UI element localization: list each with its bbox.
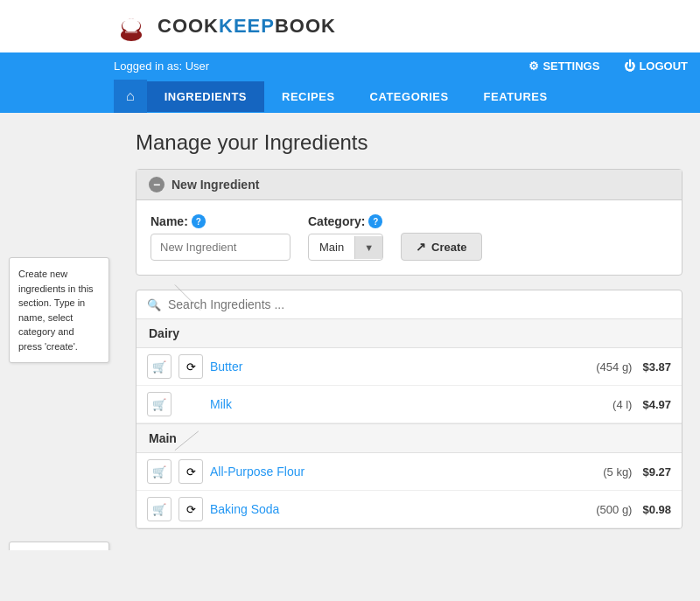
- ingredient-row-flour: 🛒 ⟳ All-Purpose Flour (5 kg) $9.27: [136, 453, 682, 491]
- search-input[interactable]: [168, 297, 671, 311]
- ingredient-amount-bakingsoda: (500 g): [596, 503, 632, 516]
- ingredient-price-bakingsoda: $0.98: [642, 503, 671, 516]
- svg-point-7: [122, 21, 130, 30]
- category-select-wrapper: Main ▼: [308, 234, 383, 261]
- nav-row2: ⌂ INGREDIENTS RECIPES CATEGORIES FEATURE…: [0, 80, 700, 113]
- ingredient-name-flour[interactable]: All-Purpose Flour: [210, 465, 596, 479]
- ingredient-name-butter[interactable]: Butter: [210, 360, 589, 374]
- refresh-icon-butter[interactable]: ⟳: [178, 354, 203, 379]
- svg-point-8: [133, 21, 140, 30]
- category-dropdown-btn[interactable]: ▼: [354, 236, 382, 259]
- ingredient-name-bakingsoda[interactable]: Baking Soda: [210, 502, 589, 516]
- nav-tab-ingredients[interactable]: INGREDIENTS: [147, 81, 264, 112]
- category-value: Main: [309, 234, 354, 260]
- top-header: COOKKEEPBOOK: [0, 0, 700, 52]
- new-ingredient-form-box: − New Ingredient Name: ?: [136, 169, 682, 276]
- nav-row1: Logged in as: User ⚙ SETTINGS ⏻ LOGOUT: [0, 52, 700, 80]
- nav-section: Logged in as: User ⚙ SETTINGS ⏻ LOGOUT ⌂…: [0, 52, 700, 113]
- ingredient-row-bakingsoda: 🛒 ⟳ Baking Soda (500 g) $0.98: [136, 491, 682, 528]
- combined-list-box: 🔍 Dairy 🛒 ⟳ Butter (454 g) $3.87 🛒 Milk …: [136, 290, 682, 529]
- name-input[interactable]: [150, 234, 290, 261]
- logo-text: COOKKEEPBOOK: [158, 15, 336, 38]
- cart-icon-bakingsoda[interactable]: 🛒: [147, 497, 172, 521]
- collapse-icon[interactable]: −: [149, 177, 164, 192]
- search-section: 🔍: [136, 290, 682, 319]
- content-area: Create new ingredients in this section. …: [0, 113, 700, 550]
- cart-icon-milk[interactable]: 🛒: [147, 392, 172, 416]
- nav-home-tab[interactable]: ⌂: [114, 80, 147, 113]
- logged-in-label: Logged in as: User: [114, 52, 209, 80]
- create-btn-wrapper: ↗ Create: [401, 233, 481, 261]
- name-field-group: Name: ?: [150, 214, 290, 261]
- main-content: Manage your Ingredients − New Ingredient…: [136, 130, 682, 533]
- page-title: Manage your Ingredients: [136, 130, 682, 155]
- form-box-body: Name: ? Category: ? Main ▼: [136, 200, 682, 275]
- logout-power-icon: ⏻: [624, 59, 635, 73]
- ingredient-price-butter: $3.87: [642, 360, 671, 374]
- category-field-group: Category: ? Main ▼: [308, 214, 383, 261]
- category-label: Category: ?: [308, 214, 383, 228]
- settings-button[interactable]: ⚙ SETTINGS: [516, 52, 612, 80]
- nav-tab-categories[interactable]: CATEGORIES: [353, 81, 466, 112]
- cart-icon-butter[interactable]: 🛒: [147, 354, 172, 379]
- ingredient-name-milk[interactable]: Milk: [210, 397, 606, 411]
- create-export-icon: ↗: [416, 240, 426, 254]
- category-header-main: Main: [136, 423, 682, 453]
- svg-rect-10: [125, 31, 137, 33]
- refresh-icon-bakingsoda[interactable]: ⟳: [178, 497, 203, 521]
- ingredient-amount-milk: (4 l): [612, 398, 632, 411]
- name-help-icon[interactable]: ?: [192, 214, 206, 228]
- ingredient-row-butter: 🛒 ⟳ Butter (454 g) $3.87: [136, 348, 682, 386]
- category-header-dairy: Dairy: [136, 319, 682, 348]
- ingredient-price-milk: $4.97: [642, 398, 671, 411]
- refresh-icon-flour[interactable]: ⟳: [178, 459, 203, 484]
- nav-right-actions: ⚙ SETTINGS ⏻ LOGOUT: [516, 52, 700, 80]
- form-box-title: New Ingredient: [172, 178, 259, 192]
- ingredient-amount-butter: (454 g): [596, 360, 632, 374]
- create-button[interactable]: ↗ Create: [401, 233, 481, 261]
- name-label: Name: ?: [150, 214, 290, 228]
- settings-gear-icon: ⚙: [528, 59, 539, 73]
- form-box-header: − New Ingredient: [136, 170, 682, 200]
- ingredient-price-flour: $9.27: [642, 465, 671, 479]
- tooltip-create: Create new ingredients in this section. …: [9, 257, 109, 363]
- home-icon: ⌂: [126, 88, 135, 103]
- logout-button[interactable]: ⏻ LOGOUT: [612, 52, 700, 80]
- nav-tab-recipes[interactable]: RECIPES: [264, 81, 353, 112]
- ingredient-row-milk: 🛒 Milk (4 l) $4.97: [136, 386, 682, 423]
- form-row: Name: ? Category: ? Main ▼: [150, 214, 668, 261]
- search-icon: 🔍: [147, 298, 161, 311]
- logo-icon: [114, 9, 149, 44]
- ingredient-amount-flour: (5 kg): [603, 465, 632, 479]
- nav-tab-features[interactable]: FEATURES: [466, 81, 565, 112]
- cart-icon-flour[interactable]: 🛒: [147, 459, 172, 484]
- category-help-icon[interactable]: ?: [368, 214, 382, 228]
- tooltip-list: Ingredients will show in this list, sepa…: [9, 542, 109, 550]
